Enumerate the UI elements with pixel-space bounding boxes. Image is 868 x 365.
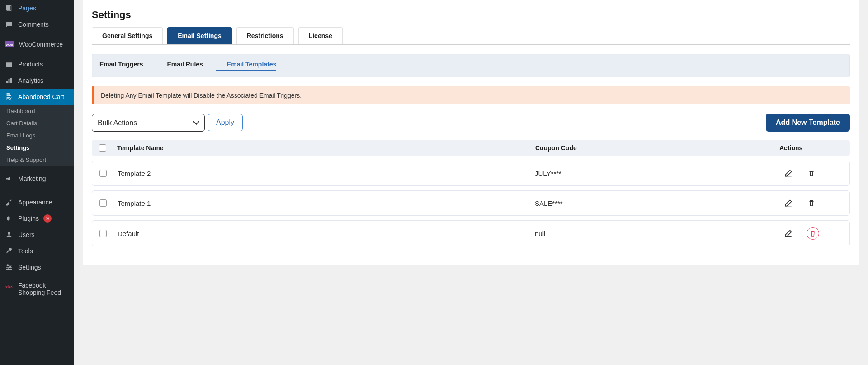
template-name-cell: Default [118,230,535,237]
edit-button[interactable] [783,168,793,178]
sidebar-subitem-settings[interactable]: Settings [0,142,74,154]
table-row: Template 1 SALE**** [92,190,850,216]
header-actions: Actions [779,144,843,152]
select-all-checkbox[interactable] [99,144,106,152]
sidebar-submenu: Dashboard Cart Details Email Logs Settin… [0,105,74,166]
plug-icon [5,214,14,223]
sidebar-label: Facebook Shopping Feed [18,282,69,296]
subtab-email-templates[interactable]: Email Templates [216,61,276,71]
svg-rect-3 [6,62,12,63]
tab-restrictions[interactable]: Restrictions [236,27,294,44]
sidebar-label: Tools [18,247,33,255]
coupon-code-cell: JULY**** [535,170,779,177]
svg-point-7 [8,232,10,235]
svg-rect-5 [9,79,10,83]
sidebar-item-analytics[interactable]: Analytics [0,72,74,89]
sidebar-item-comments[interactable]: Comments [0,16,74,33]
sidebar-item-products[interactable]: Products [0,56,74,72]
row-checkbox[interactable] [99,199,107,207]
header-template-name: Template Name [117,144,535,152]
warning-alert: Deleting Any Email Template will Disable… [92,86,850,104]
sidebar-label: Analytics [18,77,43,84]
sidebar-item-abandoned-cart[interactable]: ELEX Abandoned Cart [0,89,74,105]
box-icon [5,60,14,69]
svg-rect-2 [6,62,12,67]
template-name-cell: Template 1 [118,199,535,207]
sidebar-label: WooCommerce [19,41,63,48]
sidebar-label: Pages [18,5,36,12]
sidebar-item-tools[interactable]: Tools [0,243,74,259]
delete-button[interactable] [807,227,819,240]
brush-icon [5,198,14,207]
sidebar-label: Marketing [18,175,46,182]
controls-row: Bulk Actions Apply Add New Template [92,114,850,132]
header-coupon-code: Coupon Code [535,144,779,152]
megaphone-icon [5,174,14,183]
svg-rect-1 [6,5,10,10]
row-checkbox[interactable] [99,170,107,177]
svg-rect-4 [6,81,8,83]
plugins-badge: 9 [43,214,52,223]
sidebar-item-woocommerce[interactable]: woo WooCommerce [0,33,74,56]
subtab-email-triggers[interactable]: Email Triggers [99,61,143,71]
sidebar-item-facebook-feed[interactable]: elex Facebook Shopping Feed [0,275,74,300]
sidebar-subitem-dashboard[interactable]: Dashboard [0,105,74,117]
elexfb-icon: elex [5,282,14,291]
row-checkbox[interactable] [99,230,107,237]
table-row: Template 2 JULY**** [92,161,850,186]
user-icon [5,230,14,239]
sidebar-label: Settings [18,264,41,271]
sidebar-subitem-help[interactable]: Help & Support [0,154,74,166]
elex-icon: ELEX [5,92,14,101]
sidebar-label: Users [18,231,35,238]
bulk-actions-select[interactable]: Bulk Actions [92,114,205,132]
svg-point-11 [7,265,9,266]
admin-sidebar: Pages Comments woo WooCommerce Products … [0,0,74,365]
sidebar-item-appearance[interactable]: Appearance [0,191,74,210]
coupon-code-cell: null [535,230,779,237]
sidebar-label: Appearance [18,199,52,206]
coupon-code-cell: SALE**** [535,199,779,207]
sidebar-item-pages[interactable]: Pages [0,0,74,16]
edit-button[interactable] [783,228,793,238]
sidebar-item-users[interactable]: Users [0,227,74,243]
sidebar-item-marketing[interactable]: Marketing [0,166,74,191]
sliders-icon [5,263,14,272]
primary-tabs: General Settings Email Settings Restrict… [92,27,850,45]
woo-icon: woo [5,41,14,47]
svg-rect-6 [10,78,12,83]
sidebar-subitem-email-logs[interactable]: Email Logs [0,129,74,142]
sidebar-label: Plugins [18,215,39,222]
action-divider [800,197,800,209]
action-divider [800,167,800,179]
tab-general-settings[interactable]: General Settings [92,27,163,44]
wrench-icon [5,246,14,256]
sub-tabs: Email Triggers Email Rules Email Templat… [92,54,850,77]
action-divider [800,228,800,239]
sidebar-item-plugins[interactable]: Plugins 9 [0,210,74,227]
tab-license[interactable]: License [298,27,343,44]
svg-point-13 [8,269,9,270]
edit-button[interactable] [783,198,793,208]
svg-point-12 [10,267,11,268]
delete-button[interactable] [807,168,816,178]
sidebar-label: Products [18,61,43,68]
tab-email-settings[interactable]: Email Settings [167,27,231,44]
sidebar-label: Abandoned Cart [18,93,64,100]
sidebar-label: Comments [18,21,49,28]
add-new-template-button[interactable]: Add New Template [766,114,850,132]
page-title: Settings [92,1,850,27]
apply-button[interactable]: Apply [208,114,243,131]
sidebar-item-settings[interactable]: Settings [0,259,74,275]
pages-icon [5,4,14,13]
subtab-email-rules[interactable]: Email Rules [156,61,203,71]
main-content: Settings General Settings Email Settings… [74,0,868,365]
chart-icon [5,76,14,85]
table-header: Template Name Coupon Code Actions [92,140,850,156]
templates-table: Template Name Coupon Code Actions Templa… [92,140,850,246]
table-row: Default null [92,220,850,246]
comment-icon [5,20,14,29]
template-name-cell: Template 2 [118,170,535,177]
sidebar-subitem-cart-details[interactable]: Cart Details [0,117,74,129]
delete-button[interactable] [807,198,816,208]
